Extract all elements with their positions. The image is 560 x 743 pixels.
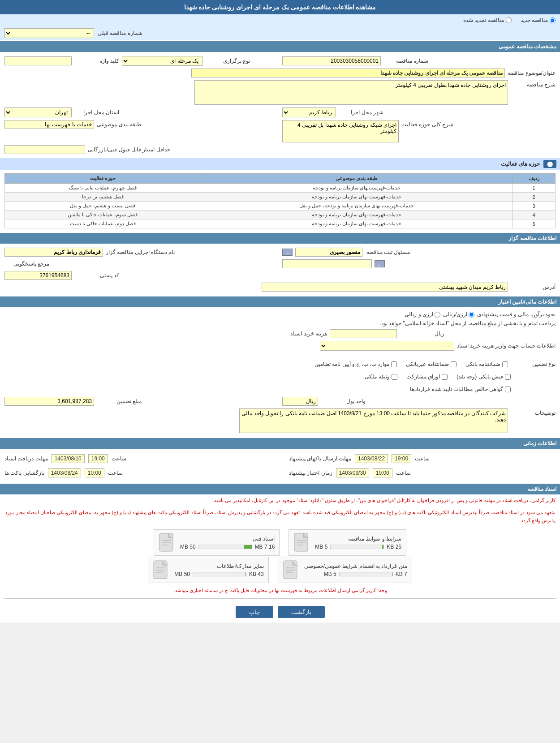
- account-info-select[interactable]: --: [320, 341, 454, 351]
- activity-table: ردیف طبقه بندی موضوعی حوزه فعالیت 1 خدما…: [4, 173, 556, 228]
- scope-label: شرح کلی حوزه فعالیت: [401, 120, 453, 128]
- guarantee-bonds-label: اوراق مشارکت: [406, 374, 440, 380]
- org-input[interactable]: [4, 248, 103, 257]
- table-row: 5 خدمات-فهرست بهای سازمان برنامه و بودجه…: [5, 219, 556, 228]
- guarantee-bank-cb[interactable]: [502, 361, 508, 367]
- bid-submit-time: 19:00: [392, 454, 411, 463]
- guarantee-cert-cb[interactable]: [505, 387, 511, 392]
- file-box-4: سایر مدارک/اطلاعات 43 KB 50 MB: [148, 557, 268, 583]
- print-button[interactable]: چاپ: [236, 606, 273, 618]
- responsible-input[interactable]: [295, 248, 362, 257]
- validity-label: زمان اعتبار پیشنهاد: [289, 470, 332, 476]
- max-score-input[interactable]: [4, 145, 85, 154]
- tender-title-input[interactable]: [191, 69, 505, 77]
- row-id: 3: [513, 202, 556, 210]
- file4-max: 50 MB: [174, 571, 190, 577]
- guarantee-other-cb[interactable]: [391, 361, 397, 367]
- tender-docs-note1: کاربر گرامی، دریافت اسناد در مهلت قانونی…: [0, 494, 560, 507]
- responsible-more-btn[interactable]: ...: [282, 249, 293, 256]
- validity-time-label: ساعت: [396, 470, 411, 476]
- file2-size: 7.16 MB: [255, 544, 275, 550]
- postal-input[interactable]: [4, 271, 72, 280]
- tender-type-select[interactable]: یک مرحله ای: [122, 56, 202, 66]
- tender-docs-header: اسناد مناقصه: [0, 484, 560, 494]
- doc-receive-time-label: ساعت: [112, 455, 126, 462]
- file1-icon: [293, 533, 311, 553]
- method-rial2-radio[interactable]: ارزی و ریالی: [405, 311, 440, 318]
- row-activity: فصل دوم، عملیات خاکی با دست: [5, 219, 201, 228]
- doc-receive-time: 19:00: [88, 454, 108, 463]
- file4-size: 43 KB: [249, 571, 264, 577]
- activity-class-label: طبقه بندی موضوعی: [97, 121, 142, 128]
- scope-textarea[interactable]: اجرای شبکه روشنایی جاده شهدا بل تقریبی 4…: [282, 120, 399, 142]
- row-activity: فصل سوم، عملیات خاکی با ماشین: [5, 210, 201, 219]
- page-title: مشاهده اطلاعات مناقصه عمومی یک مرحله ای …: [0, 0, 560, 14]
- guarantee-cert-label: گواهی خالص مطالبات تایید شده قراردادها: [410, 386, 503, 392]
- activity-class-input[interactable]: [4, 120, 94, 129]
- row-category: خدمات-فهرست بهای سازمان برنامه و بودجه: [201, 193, 513, 202]
- response-ref-more-btn[interactable]: ...: [375, 260, 385, 267]
- file2-name: اسناد فنی: [180, 536, 275, 542]
- row-id: 1: [513, 184, 556, 193]
- tender-title-label: عنوان/موضوع مناقصه: [508, 70, 556, 76]
- bid-open-label: بازگشایی باکت ها: [4, 470, 44, 476]
- doc-receive-date: 1403/08/10: [52, 454, 85, 463]
- city-label: شهر محل اجرا: [339, 109, 383, 116]
- validity-time: 19:00: [373, 468, 392, 477]
- bid-submit-label: مهلت ارسال باکهای پیشنهاد: [289, 455, 351, 462]
- file2-icon: [159, 533, 177, 553]
- address-input[interactable]: [262, 283, 508, 292]
- back-button[interactable]: بازگشت: [278, 606, 325, 618]
- account-info-label: اطلاعات حساب جهت واریز هزینه خرید اسناد: [457, 343, 556, 349]
- row-id: 2: [513, 193, 556, 202]
- organizer-section-header: اطلاعات مناقصه گزار: [0, 233, 560, 244]
- renewed-tender-radio[interactable]: مناقصه تجدید شده: [463, 17, 512, 23]
- description-textarea[interactable]: اجرای روشنایی جاده شهدا بطول تقریبی 4 کی…: [194, 80, 508, 105]
- file3-size: 7 KB: [396, 571, 407, 577]
- new-tender-radio[interactable]: مناقصه جدید: [521, 17, 556, 23]
- prev-tender-select[interactable]: --: [4, 28, 94, 38]
- tender-number-input[interactable]: [282, 56, 381, 65]
- purchase-fee-label: هزینه خرید اسناد: [282, 331, 327, 337]
- col-category: طبقه بندی موضوعی: [201, 174, 513, 184]
- timing-section-header: اطلاعات زمانی: [0, 438, 560, 449]
- guarantee-cash-label: فیش بانکی (وجه نقد): [457, 374, 503, 380]
- financial-section-header: اطلاعات مالی/تامین اعتبار: [0, 296, 560, 307]
- keyword-input[interactable]: [4, 56, 72, 65]
- method-rial-radio[interactable]: ارزی/ریالی: [443, 311, 474, 318]
- tender-type-label: نوع برگزاری: [205, 58, 250, 64]
- guarantee-bank-label: ضمانتنامه بانکی: [465, 361, 500, 367]
- tender-docs-note2: متعهد می شود در اسناد مناقصه، صرفاً بپذی…: [0, 507, 560, 527]
- province-select[interactable]: تهران: [4, 107, 72, 117]
- add-activity-btn[interactable]: ⬤: [543, 160, 556, 168]
- activity-section-header: حوزه های فعالیت: [501, 161, 540, 167]
- guarantee-bonds-cb[interactable]: [442, 374, 448, 380]
- col-activity: حوزه فعالیت: [5, 174, 201, 184]
- city-select[interactable]: رباط کریم: [282, 107, 336, 117]
- file4-icon: [153, 560, 171, 580]
- guarantee-nonbank-label: ضمانتنامه غیربانکی: [406, 361, 448, 367]
- row-id: 4: [513, 210, 556, 219]
- unit-input[interactable]: [282, 397, 318, 406]
- response-ref-input[interactable]: [282, 259, 372, 268]
- file4-name: سایر مدارک/اطلاعات: [174, 563, 263, 569]
- row-category: خدمات-فهرست‌بهای سازمان برنامه و بودجه: [201, 184, 513, 193]
- amount-input[interactable]: [4, 397, 94, 406]
- file-box-3: متن قرارداد به انضمام شرایط عمومی/خصوصی …: [278, 557, 412, 583]
- file-box-1: شرایط و ضوابط مناقصه 25 KB 5 MB: [289, 529, 406, 556]
- purchase-fee-unit: ریال: [400, 331, 444, 337]
- guarantee-nonbank-cb[interactable]: [451, 361, 457, 367]
- max-score-label: حداقل امتیاز قابل قبول فنی/بازرگانی: [88, 146, 170, 153]
- guarantee-cash-cb[interactable]: [505, 374, 511, 380]
- table-row: 4 خدمات-فهرست بهای سازمان برنامه و بودجه…: [5, 210, 556, 219]
- unit-label: واحد پول: [321, 398, 366, 404]
- guarantee-desc-textarea[interactable]: شرکت کنندگان در مناقصه مذکور حتما باید ت…: [239, 408, 508, 433]
- row-activity: فصل بیست و هشتم، حمل و نقل: [5, 202, 201, 210]
- file2-max: 50 MB: [180, 544, 196, 550]
- guarantee-property-cb[interactable]: [392, 374, 397, 380]
- bottom-note: وجه: کاربر گرامی ارسال اطلاعات مربوط به …: [0, 586, 560, 595]
- row-category: خدمات-فهرست بهای سازمان برنامه و بودجه، …: [201, 202, 513, 210]
- bid-open-time-label: ساعت: [108, 470, 123, 476]
- keyword-label: کلید واژه: [74, 58, 119, 64]
- purchase-fee-input[interactable]: [330, 329, 397, 338]
